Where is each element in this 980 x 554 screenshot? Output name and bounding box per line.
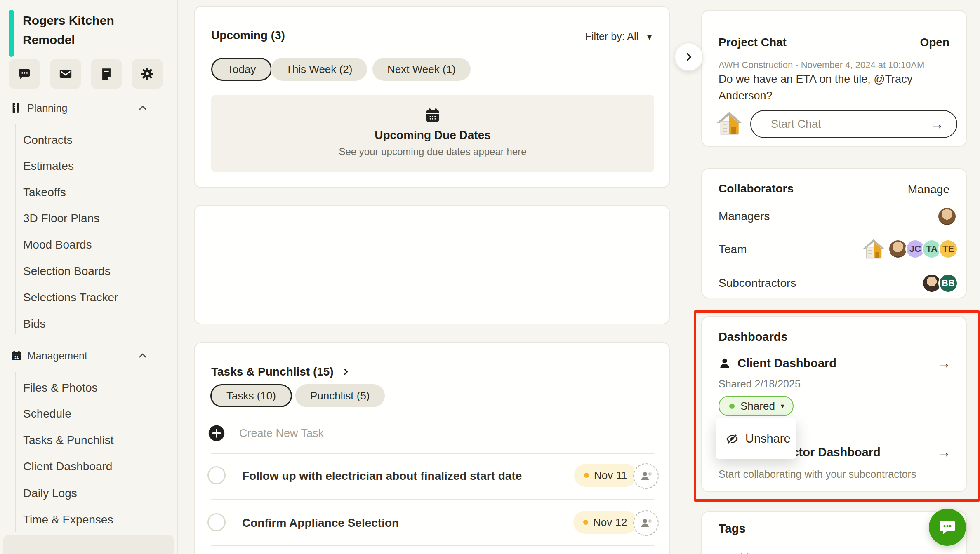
project-settings-button[interactable] [132, 59, 163, 89]
unshare-menu-item[interactable]: Unshare [726, 432, 791, 446]
task-checkbox[interactable] [207, 513, 226, 531]
create-task-input[interactable]: Create New Task [239, 427, 324, 440]
sidebar-item-contracts[interactable]: Contracts [23, 131, 159, 149]
divider [211, 453, 654, 454]
task-checkbox[interactable] [207, 466, 226, 484]
divider [211, 499, 654, 500]
panel-collapse-button[interactable] [674, 42, 703, 71]
nav-label: Schedule [23, 407, 71, 420]
gear-icon [140, 67, 154, 81]
tab-label: Next Week (1) [387, 63, 456, 76]
nav-label: Files & Photos [23, 381, 98, 394]
upcoming-empty-state: Upcoming Due Dates See your upcoming due… [211, 95, 654, 172]
collaborators-card: Collaborators Manage Managers Team JC TA… [701, 168, 967, 298]
sidebar-item-client-dashboard[interactable]: Client Dashboard [23, 458, 159, 476]
sidebar-item-daily-logs[interactable]: Daily Logs [23, 484, 159, 502]
plus-circle-icon[interactable] [208, 425, 225, 442]
company-house-avatar [716, 110, 743, 137]
task-due-pill[interactable]: Nov 11 [574, 464, 637, 487]
sidebar-item-mood-boards[interactable]: Mood Boards [23, 236, 159, 254]
sidebar-item-schedule[interactable]: Schedule [23, 405, 159, 423]
avatar-team-te[interactable]: TE [938, 239, 958, 259]
assign-person-button[interactable] [633, 510, 659, 536]
create-task-row: Create New Task [208, 425, 324, 442]
arrow-right-icon[interactable]: → [937, 355, 951, 371]
tab-today[interactable]: Today [211, 58, 272, 81]
project-accent-bar [9, 10, 14, 57]
tasks-card: Tasks & Punchlist (15) Tasks (10) Punchl… [194, 342, 670, 554]
section-label: Management [27, 350, 87, 362]
add-tags-button[interactable]: + Add Tags [720, 552, 775, 554]
tab-label: Tasks (10) [226, 390, 276, 402]
nav-label: Selections Tracker [23, 291, 118, 304]
project-chat-title: Project Chat [719, 36, 787, 49]
sidebar-item-files-photos[interactable]: Files & Photos [23, 379, 159, 397]
task-due-pill[interactable]: Nov 12 [573, 511, 637, 534]
nav-label: Mood Boards [23, 238, 92, 251]
management-guide-line [15, 372, 16, 532]
tags-title: Tags [719, 522, 746, 535]
project-chat-button[interactable] [9, 59, 40, 89]
nav-label: Time & Expenses [23, 513, 113, 526]
shared-dot-icon [729, 404, 735, 409]
sidebar-item-time-expenses[interactable]: Time & Expenses [23, 511, 159, 529]
avatar-initials: TE [942, 244, 954, 254]
project-chat-open-link[interactable]: Open [920, 36, 949, 49]
tab-punchlist[interactable]: Punchlist (5) [295, 384, 385, 407]
project-notes-button[interactable] [91, 59, 122, 89]
avatar-manager-photo[interactable] [937, 207, 957, 226]
avatar-initials: JC [909, 244, 921, 254]
sidebar-section-management[interactable]: Management [0, 347, 177, 365]
shared-status-label: Shared [740, 400, 775, 413]
start-chat-placeholder: Start Chat [771, 118, 821, 131]
tab-label: Today [227, 63, 256, 76]
collaborators-manage-link[interactable]: Manage [908, 183, 949, 196]
client-dashboard-row[interactable]: Client Dashboard → [719, 354, 951, 372]
row-label-team: Team [719, 243, 747, 256]
send-arrow-icon[interactable]: → [930, 116, 944, 132]
avatar-team-house[interactable] [862, 237, 885, 261]
calendar-icon [11, 350, 22, 362]
task-title: Follow up with electrician about finaliz… [242, 469, 522, 483]
nav-label: Daily Logs [23, 487, 77, 500]
sidebar-section-planning[interactable]: Planning [0, 99, 177, 117]
client-shared-date: Shared 2/18/2025 [719, 378, 801, 390]
assign-person-button[interactable] [633, 463, 659, 489]
sidebar-item-tasks-punchlist[interactable]: Tasks & Punchlist [23, 431, 159, 449]
chat-fab-button[interactable] [929, 509, 966, 546]
nav-label: Contracts [23, 134, 73, 147]
sidebar-item-selections-tracker[interactable]: Selections Tracker [23, 289, 159, 307]
avatar-team-photo[interactable] [888, 239, 908, 259]
tab-next-week[interactable]: Next Week (1) [372, 58, 471, 81]
panel-divider [695, 0, 695, 554]
sidebar-item-3d-floor-plans[interactable]: 3D Floor Plans [23, 209, 159, 228]
arrow-right-icon[interactable]: → [937, 444, 951, 460]
tasks-header-link[interactable]: Tasks & Punchlist (15) [211, 365, 350, 378]
person-add-icon [639, 469, 653, 483]
chevron-right-icon [683, 52, 694, 62]
sidebar-item-partial [3, 535, 174, 554]
planning-guide-line [15, 124, 16, 334]
chat-meta: AWH Construction - November 4, 2024 at 1… [719, 60, 924, 70]
sidebar-item-selection-boards[interactable]: Selection Boards [23, 262, 159, 280]
shared-status-pill[interactable]: Shared ▾ [719, 396, 794, 416]
project-mail-button[interactable] [50, 59, 81, 89]
project-chat-card: Project Chat Open AWH Construction - Nov… [701, 10, 967, 147]
tab-this-week[interactable]: This Week (2) [271, 58, 367, 81]
start-chat-input[interactable]: Start Chat → [750, 110, 957, 138]
filter-dropdown[interactable]: Filter by: All ▾ [585, 31, 652, 42]
sidebar-item-estimates[interactable]: Estimates [23, 157, 159, 175]
project-title: Rogers Kitchen Remodel [23, 11, 151, 49]
nav-label: Client Dashboard [23, 460, 112, 473]
upcoming-card: Upcoming (3) Filter by: All ▾ Today This… [194, 6, 670, 188]
tab-label: Punchlist (5) [310, 390, 370, 402]
chat-message: Do we have an ETA on the tile, @Tracy An… [719, 71, 943, 104]
sidebar-item-takeoffs[interactable]: Takeoffs [23, 183, 159, 202]
sidebar-item-bids[interactable]: Bids [23, 315, 159, 333]
tab-tasks[interactable]: Tasks (10) [210, 384, 292, 407]
nav-label: Tasks & Punchlist [23, 434, 113, 447]
avatar-sub-bb[interactable]: BB [938, 273, 958, 293]
tasks-title: Tasks & Punchlist (15) [211, 365, 334, 378]
planning-icon [11, 102, 22, 114]
empty-title: Upcoming Due Dates [211, 129, 654, 142]
